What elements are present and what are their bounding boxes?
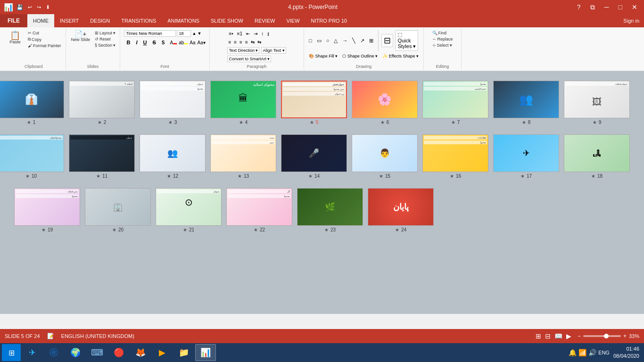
taskbar-ie[interactable]: ⓔ — [43, 344, 64, 361]
shape-fill-button[interactable]: 🎨 Shape Fill ▾ — [307, 53, 339, 59]
tab-insert[interactable]: INSERT — [54, 14, 84, 27]
slide-item-4[interactable]: محتوای اسلاید 🏛 ★ 4 — [210, 81, 276, 125]
slide-thumb-10[interactable]: محتوا اسلاید — [0, 134, 64, 172]
notes-button[interactable]: 📝 — [47, 333, 54, 339]
tab-nitro[interactable]: NITRO PRO 10 — [305, 14, 353, 27]
slide-thumb-5[interactable]: عنوان اصلی متن محتوا زیر عنوان — [281, 81, 347, 118]
customize-qa-button[interactable]: ⬇ — [44, 3, 51, 11]
justify-button[interactable]: ≡ — [244, 39, 249, 45]
underline-button[interactable]: U — [141, 39, 149, 46]
font-color-button[interactable]: A▬ — [170, 40, 177, 45]
convert-smartart-button[interactable]: Convert to SmartArt ▾ — [227, 56, 271, 62]
slide-item-15[interactable]: 👨 ★ 15 — [352, 134, 418, 179]
text-shadow-button[interactable]: S — [159, 39, 167, 46]
slide-item-7[interactable]: محتوا متن فارسی ★ 7 — [422, 81, 488, 125]
slide-thumb-6[interactable]: 🌸 — [352, 81, 418, 118]
clear-formatting-button[interactable]: Aa — [190, 40, 195, 45]
line-shape[interactable]: ╲ — [350, 37, 357, 45]
slide-item-12[interactable]: 👥 ★ 12 — [140, 134, 206, 179]
slide-item-14[interactable]: 🎤 ★ 14 — [281, 134, 347, 179]
taskbar-media[interactable]: ▶ — [152, 344, 173, 361]
bullets-button[interactable]: ≡• — [227, 30, 234, 37]
maximize-button[interactable]: □ — [616, 2, 625, 12]
taskbar-powerpoint[interactable]: 📊 — [195, 344, 216, 361]
slide-thumb-22[interactable]: گل محتوا — [226, 188, 292, 226]
slide-thumb-4[interactable]: محتوای اسلاید 🏛 — [210, 81, 276, 118]
slide-item-22[interactable]: گل محتوا ★ 22 — [226, 188, 292, 232]
zoom-slider[interactable] — [583, 335, 621, 337]
slide-thumb-2[interactable]: اسلاید ۲ — [69, 81, 135, 118]
slide-thumb-16[interactable]: اطلاعات محتوا — [422, 134, 488, 172]
slide-item-21[interactable]: نمودار ⊙ ★ 21 — [156, 188, 222, 232]
slide-item-5[interactable]: عنوان اصلی متن محتوا زیر عنوان ★ 5 — [281, 81, 347, 125]
slide-item-6[interactable]: 🌸 ★ 6 — [352, 81, 418, 125]
taskbar-explorer[interactable]: 📁 — [173, 344, 194, 361]
slide-thumb-18[interactable]: 🏞 — [564, 134, 630, 172]
section-button[interactable]: § Section ▾ — [93, 42, 117, 48]
oval-shape[interactable]: ○ — [324, 37, 331, 44]
bold-button[interactable]: B — [124, 39, 132, 46]
numbering-button[interactable]: ≡1 — [236, 30, 244, 37]
slide-item-10[interactable]: محتوا اسلاید ★ 10 — [0, 134, 64, 179]
zoom-thumb[interactable] — [604, 334, 609, 338]
tab-design[interactable]: DESIGN — [84, 14, 116, 27]
reset-button[interactable]: ↺ Reset — [93, 36, 117, 42]
slide-item-1[interactable]: 👔 ★ 1 — [0, 81, 64, 125]
rounded-rect-shape[interactable]: ▭ — [315, 37, 323, 45]
zoom-in-button[interactable]: + — [623, 333, 627, 339]
slide-thumb-21[interactable]: نمودار ⊙ — [156, 188, 222, 226]
font-size-input[interactable] — [177, 30, 191, 37]
layout-button[interactable]: ⊞ Layout ▾ — [93, 30, 117, 36]
align-text-button[interactable]: Align Text ▾ — [261, 47, 286, 54]
align-left-button[interactable]: ≡ — [227, 39, 232, 45]
slide-thumb-9[interactable]: عنوان اسلاید 🖼 — [564, 81, 630, 118]
font-highlight-button[interactable]: ab▬ — [179, 40, 188, 45]
slide-item-2[interactable]: اسلاید ۲ ★ 2 — [69, 81, 135, 125]
tab-home[interactable]: HOME — [27, 14, 54, 27]
normal-view-button[interactable]: ⊞ — [534, 331, 543, 341]
slide-thumb-20[interactable]: 🏢 — [85, 188, 151, 226]
slide-thumb-19[interactable]: متن اسلاید محتوا — [14, 188, 80, 226]
restore-button[interactable]: ⧉ — [587, 2, 598, 12]
rect-shape[interactable]: □ — [307, 37, 314, 44]
notification-icon[interactable]: 🔔 — [569, 349, 577, 356]
strikethrough-button[interactable]: S — [150, 39, 158, 46]
slide-thumb-1[interactable]: 👔 — [0, 81, 64, 118]
volume-icon[interactable]: 🔊 — [588, 349, 596, 356]
find-button[interactable]: 🔍 Find — [431, 30, 454, 36]
columns-button[interactable]: ⫿ — [266, 30, 271, 37]
slideshow-button[interactable]: ▶ — [565, 331, 573, 341]
slide-thumb-14[interactable]: 🎤 — [281, 134, 347, 172]
ltr-button[interactable]: ⇆ — [256, 39, 262, 45]
new-slide-button[interactable]: 📄+ New Slide — [69, 29, 93, 43]
copy-button[interactable]: ⧉ Copy — [26, 36, 63, 42]
slide-item-19[interactable]: متن اسلاید محتوا ★ 19 — [14, 188, 80, 232]
slide-sorter-button[interactable]: ⊟ — [544, 331, 552, 341]
slide-item-16[interactable]: اطلاعات محتوا ★ 16 — [422, 134, 488, 179]
line-spacing-button[interactable]: ↕ — [260, 30, 265, 37]
slide-thumb-17[interactable]: ✈ — [493, 134, 559, 172]
select-button[interactable]: ⊹ Select ▾ — [431, 42, 454, 48]
more-shapes-button[interactable]: ⊞ — [367, 37, 375, 45]
redo-button[interactable]: ↪ — [35, 3, 42, 11]
taskbar-search[interactable]: 🌍 — [65, 344, 86, 361]
slide-thumb-7[interactable]: محتوا متن فارسی — [422, 81, 488, 118]
slide-thumb-8[interactable]: 👥 — [493, 81, 559, 118]
slide-item-9[interactable]: عنوان اسلاید 🖼 ★ 9 — [564, 81, 630, 125]
shape-effects-button[interactable]: ✨ Effects Shape ▾ — [380, 53, 421, 59]
triangle-shape[interactable]: △ — [332, 37, 339, 45]
tab-review[interactable]: REVIEW — [249, 14, 281, 27]
start-button[interactable]: ⊞ — [2, 344, 21, 361]
taskbar-chrome[interactable]: 🔴 — [108, 344, 129, 361]
text-direction-button[interactable]: Text Direction ▾ — [227, 47, 259, 54]
slide-thumb-13[interactable]: سند متن — [210, 134, 276, 172]
italic-button[interactable]: I — [133, 39, 140, 46]
increase-indent-button[interactable]: ⇥ — [252, 30, 259, 37]
minimize-button[interactable]: ─ — [602, 2, 612, 12]
slide-item-23[interactable]: 🌿 ★ 23 — [297, 188, 363, 232]
close-button[interactable]: ✕ — [629, 2, 640, 12]
save-button[interactable]: 💾 — [15, 3, 25, 11]
tab-file[interactable]: FILE — [0, 14, 27, 27]
signin-link[interactable]: Sign in — [623, 18, 644, 24]
right-arrow-shape[interactable]: → — [340, 37, 349, 44]
